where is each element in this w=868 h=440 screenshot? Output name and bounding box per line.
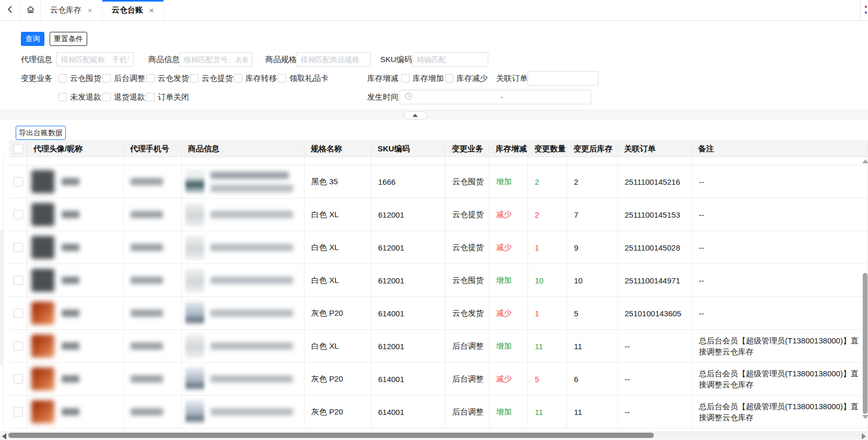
horizontal-scrollbar-right-arrow-icon[interactable] [862,433,866,439]
tab-label: 云仓库存 [50,5,81,15]
product-info-input[interactable] [179,52,252,67]
filter-checkbox-option[interactable]: 领取礼品卡 [278,74,329,84]
filter-checkbox-option[interactable]: 库存增加 [401,74,444,84]
product-cell [182,231,304,264]
product-thumbnail [185,203,204,227]
sku-cell: 612001 [371,264,445,296]
order-cell: -- [618,363,692,395]
agent-cell [27,363,124,395]
after-stock-cell: 5 [567,297,618,329]
filter-checkbox-option[interactable]: 退货退款 [102,92,145,102]
reset-conditions-button[interactable]: 重置条件 [50,32,87,46]
search-button[interactable]: 查询 [21,32,44,46]
filter-checkbox-option[interactable]: 云仓提货 [190,74,233,84]
export-ledger-button[interactable]: 导出台账数据 [16,126,66,140]
home-button[interactable] [20,0,41,20]
filter-checkbox-option[interactable]: 订单关闭 [146,92,189,102]
agent-info-input[interactable] [56,52,134,67]
row-select-cell [9,330,27,362]
blurred-product-text [210,244,293,251]
row-checkbox[interactable] [14,407,23,417]
close-icon[interactable]: × [149,6,154,14]
phone-cell [124,231,182,264]
filter-checkbox-option[interactable]: 后台调整 [102,74,145,84]
row-checkbox[interactable] [14,210,23,219]
product-thumbnail [185,301,204,325]
back-button[interactable] [0,0,20,20]
close-icon[interactable]: × [88,6,92,14]
blurred-phone [131,277,163,284]
tab-cloud-inventory[interactable]: 云仓库存 × [41,0,102,20]
checkbox[interactable] [278,74,286,82]
product-cell [182,396,304,428]
order-cell: -- [618,330,692,362]
agent-cell [27,165,124,198]
row-checkbox[interactable] [14,243,23,252]
horizontal-scrollbar-thumb[interactable] [8,433,654,438]
qty-cell: 2 [528,198,567,231]
product-thumbnail [185,400,204,424]
sku-code-label: SKU编码 [380,52,412,67]
vertical-scrollbar-up-arrow-icon[interactable] [862,159,868,163]
filter-checkbox-option[interactable]: 库存减少 [445,74,488,84]
checkbox[interactable] [102,93,111,101]
checkbox[interactable] [401,74,409,82]
horizontal-scrollbar-left-arrow-icon[interactable] [2,433,6,439]
row-checkbox[interactable] [14,308,23,318]
blurred-phone [131,211,163,218]
related-order-input[interactable] [527,71,599,86]
after-stock-cell: 2 [567,165,618,198]
qty-cell: 11 [528,396,567,428]
occur-time-range-input[interactable]: - [400,90,591,104]
remark-cell: 总后台会员【超级管理员(T13800138000)】直接调整云仓库存 [692,363,868,395]
checkbox[interactable] [102,74,111,82]
agent-info-label: 代理信息 [21,52,52,67]
row-checkbox[interactable] [14,374,23,384]
table-row: 灰色 P20 614001 后台调整 减少 5 6 -- 总后台会员【超级管理员… [9,363,868,396]
qty-cell: 10 [528,264,567,296]
sku-code-input[interactable] [412,52,488,67]
blurred-nickname [62,178,79,185]
blurred-product-text [210,310,293,317]
sku-cell: 614001 [371,396,445,428]
order-cell: 2511100145153 [618,198,692,231]
clipped-icon [865,11,867,14]
spec-cell: 白色 XL [304,330,371,362]
checkbox[interactable] [58,93,67,101]
direction-cell: 减少 [489,297,528,329]
change-business-label: 变更业务 [21,71,52,86]
filter-checkbox-option[interactable]: 库存转移 [234,74,277,84]
vertical-scrollbar-down-arrow-icon[interactable] [862,415,868,419]
product-spec-label: 商品规格 [265,52,297,67]
product-cell [182,363,304,395]
filter-checkbox-option[interactable]: 云仓发货 [146,74,189,84]
row-checkbox[interactable] [14,276,23,285]
agent-cell [27,264,124,296]
sku-cell: 614001 [371,297,445,329]
blurred-phone [131,342,163,350]
checkbox[interactable] [445,74,453,82]
change-business-options-row1: 云仓囤货 后台调整 云仓发货 云仓提货 库存转移 领取礼品卡 [58,71,329,86]
phone-cell [124,264,182,296]
table-row: 白色 XL 612001 云仓囤货 增加 10 10 2511100144971… [9,264,868,297]
order-cell: 2511100145028 [618,231,692,264]
row-checkbox[interactable] [14,341,23,351]
filter-checkbox-option[interactable]: 云仓囤货 [58,74,101,84]
filter-checkbox-option[interactable]: 未发退款 [58,92,101,102]
stock-change-options: 库存增加 库存减少 [401,71,488,86]
checkbox[interactable] [58,74,67,82]
product-spec-input[interactable] [296,52,371,67]
vertical-scrollbar-thumb[interactable] [863,273,867,414]
agent-cell [27,297,124,329]
tab-cloud-ledger[interactable]: 云仓台账 × [102,0,164,20]
blurred-nickname [62,342,79,350]
agent-cell [27,330,124,362]
row-checkbox[interactable] [14,177,23,186]
checkbox[interactable] [146,93,155,101]
select-all-checkbox[interactable] [14,144,23,153]
checkbox[interactable] [190,74,198,82]
checkbox[interactable] [146,74,155,82]
collapse-filter-button[interactable] [404,111,427,120]
blurred-phone [131,408,163,415]
checkbox[interactable] [234,74,242,82]
